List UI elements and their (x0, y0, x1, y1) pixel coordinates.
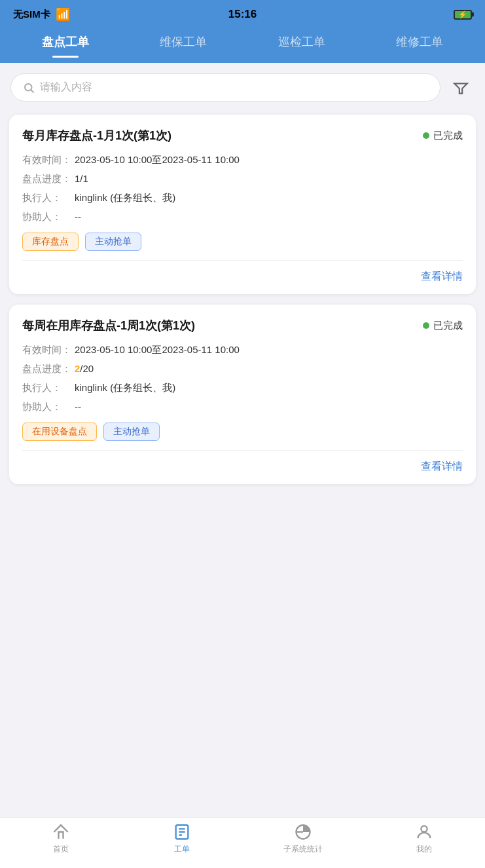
card-2-status-dot (423, 322, 429, 329)
card-1-assistant-value: -- (75, 211, 81, 222)
svg-point-10 (422, 826, 427, 832)
card-1-tag-grab: 主动抢单 (85, 233, 141, 251)
tab-inventory[interactable]: 盘点工单 (33, 29, 98, 55)
card-2-footer: 查看详情 (22, 460, 463, 474)
search-icon (23, 82, 35, 94)
search-area: 请输入内容 (0, 63, 485, 108)
card-1-valid-time-value: 2023-05-10 10:00至2023-05-11 10:00 (75, 154, 240, 166)
card-2-valid-time-row: 有效时间： 2023-05-10 10:00至2023-05-11 10:00 (22, 344, 463, 356)
card-2: 每周在用库存盘点-1周1次(第1次) 已完成 有效时间： 2023-05-10 … (9, 305, 476, 484)
card-1-assistant-label: 协助人： (22, 211, 75, 223)
svg-point-0 (25, 84, 32, 91)
svg-line-1 (31, 90, 33, 92)
card-2-valid-time-value: 2023-05-10 10:00至2023-05-11 10:00 (75, 344, 240, 356)
card-2-progress-value: 2/20 (75, 363, 94, 374)
card-2-tag-grab: 主动抢单 (103, 423, 160, 441)
card-2-status-label: 已完成 (433, 320, 463, 332)
filter-icon (452, 79, 469, 96)
card-1-status-dot (423, 132, 429, 139)
card-2-progress-row: 盘点进度： 2/20 (22, 363, 463, 375)
card-1-divider (22, 260, 463, 261)
bottom-nav-home[interactable]: 首页 (0, 823, 121, 855)
tab-repair[interactable]: 维修工单 (387, 29, 452, 55)
card-2-divider (22, 450, 463, 451)
bottom-nav-stats-label: 子系统统计 (283, 844, 323, 855)
person-icon (415, 823, 433, 841)
card-2-assistant-value: -- (75, 401, 81, 412)
search-placeholder: 请输入内容 (40, 81, 92, 94)
battery-bolt: ⚡ (458, 10, 467, 19)
cards-area: 每月库存盘点-1月1次(第1次) 已完成 有效时间： 2023-05-10 10… (0, 108, 485, 817)
card-1-progress-label: 盘点进度： (22, 173, 75, 185)
home-icon (52, 823, 70, 841)
card-2-assistant-row: 协助人： -- (22, 401, 463, 413)
status-time: 15:16 (228, 8, 257, 21)
card-2-executor-row: 执行人： kinglink (任务组长、我) (22, 382, 463, 394)
bottom-nav-stats[interactable]: 子系统统计 (243, 823, 364, 855)
chart-icon (294, 823, 312, 841)
card-1-detail-link[interactable]: 查看详情 (421, 270, 463, 284)
card-1-header: 每月库存盘点-1月1次(第1次) 已完成 (22, 128, 463, 143)
card-2-assistant-label: 协助人： (22, 401, 75, 413)
card-1: 每月库存盘点-1月1次(第1次) 已完成 有效时间： 2023-05-10 10… (9, 115, 476, 294)
bottom-nav-home-label: 首页 (53, 844, 69, 855)
bottom-nav-workorder-label: 工单 (174, 844, 190, 855)
card-2-executor-label: 执行人： (22, 382, 75, 394)
wifi-icon: 📶 (56, 7, 70, 22)
card-2-title: 每周在用库存盘点-1周1次(第1次) (22, 318, 195, 333)
card-1-title: 每月库存盘点-1月1次(第1次) (22, 128, 171, 143)
card-1-executor-row: 执行人： kinglink (任务组长、我) (22, 192, 463, 204)
status-left: 无SIM卡 📶 (13, 7, 70, 22)
svg-marker-2 (454, 83, 467, 93)
card-2-valid-time-label: 有效时间： (22, 344, 75, 356)
carrier-label: 无SIM卡 (13, 9, 50, 21)
card-1-status-label: 已完成 (433, 130, 463, 142)
card-2-progress-label: 盘点进度： (22, 363, 75, 375)
status-right: ⚡ (454, 10, 472, 20)
card-1-progress-value: 1/1 (75, 173, 88, 184)
bottom-nav-profile-label: 我的 (416, 844, 432, 855)
card-1-tags: 库存盘点 主动抢单 (22, 233, 463, 251)
card-2-status: 已完成 (423, 320, 463, 332)
card-2-tag-device: 在用设备盘点 (22, 423, 97, 441)
tab-maintenance[interactable]: 维保工单 (151, 29, 216, 55)
card-1-progress-row: 盘点进度： 1/1 (22, 173, 463, 185)
bottom-nav: 首页 工单 子系统统计 我的 (0, 817, 485, 868)
card-1-footer: 查看详情 (22, 270, 463, 284)
bottom-nav-profile[interactable]: 我的 (364, 823, 485, 855)
bottom-nav-workorder[interactable]: 工单 (121, 823, 242, 855)
card-1-assistant-row: 协助人： -- (22, 211, 463, 223)
card-1-executor-value: kinglink (任务组长、我) (75, 192, 175, 204)
search-box[interactable]: 请输入内容 (10, 73, 440, 102)
card-1-executor-label: 执行人： (22, 192, 75, 204)
card-1-valid-time-row: 有效时间： 2023-05-10 10:00至2023-05-11 10:00 (22, 154, 463, 166)
tab-patrol[interactable]: 巡检工单 (269, 29, 334, 55)
card-2-tags: 在用设备盘点 主动抢单 (22, 423, 463, 441)
tab-nav: 盘点工单 维保工单 巡检工单 维修工单 (0, 29, 485, 63)
filter-button[interactable] (447, 74, 475, 102)
card-1-status: 已完成 (423, 130, 463, 142)
card-1-tag-inventory: 库存盘点 (22, 233, 79, 251)
status-bar: 无SIM卡 📶 15:16 ⚡ (0, 0, 485, 29)
card-1-valid-time-label: 有效时间： (22, 154, 75, 166)
battery-icon: ⚡ (454, 10, 472, 20)
workorder-icon (173, 823, 191, 841)
card-2-detail-link[interactable]: 查看详情 (421, 460, 463, 474)
card-2-executor-value: kinglink (任务组长、我) (75, 382, 175, 394)
card-2-progress-suffix: /20 (80, 363, 94, 374)
card-2-header: 每周在用库存盘点-1周1次(第1次) 已完成 (22, 318, 463, 333)
